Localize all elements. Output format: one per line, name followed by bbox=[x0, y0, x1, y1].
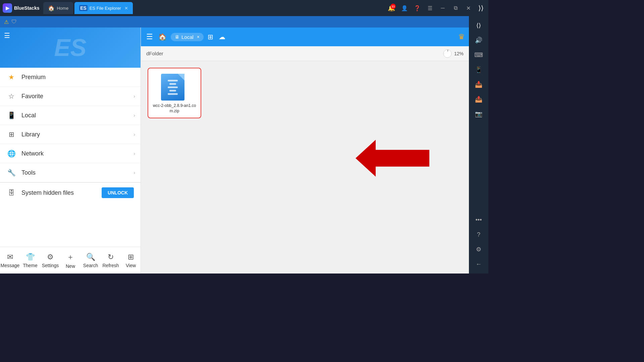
notification-badge: 11 bbox=[390, 4, 396, 9]
library-chevron-icon: › bbox=[133, 132, 135, 137]
zip-line-2 bbox=[169, 83, 176, 85]
es-logo-background: ES bbox=[54, 34, 86, 61]
bottom-nav-refresh[interactable]: ↻ Refresh bbox=[101, 253, 121, 268]
close-icon[interactable]: ✕ bbox=[464, 3, 473, 13]
sidebar-body: ★ Premium ☆ Favorite › 📱 Local › ⊞ Libra… bbox=[0, 68, 141, 274]
zip-lines bbox=[168, 80, 178, 95]
theme-icon: 👕 bbox=[26, 253, 35, 261]
volume-icon[interactable]: 🔊 bbox=[472, 34, 485, 47]
sidebar-item-local[interactable]: 📱 Local › bbox=[0, 106, 141, 125]
sidebar-item-system-hidden: 🗄 System hidden files UNLOCK bbox=[0, 182, 141, 203]
file-toolbar: ☰ 🏠 🖥 Local × ⊞ ☁ ♛ bbox=[141, 27, 469, 46]
back-arrow-icon[interactable]: ← bbox=[472, 257, 485, 271]
minimize-icon[interactable]: ─ bbox=[438, 3, 447, 13]
notification-button[interactable]: 🔔 11 bbox=[386, 3, 396, 13]
sidebar-item-tools[interactable]: 🔧 Tools › bbox=[0, 163, 141, 182]
network-chevron-icon: › bbox=[133, 151, 135, 156]
search-icon: 🔍 bbox=[86, 253, 95, 261]
warning-triangle-icon: ⚠ bbox=[4, 19, 9, 25]
system-hidden-icon: 🗄 bbox=[7, 188, 16, 197]
toolbar-tab-label: Local bbox=[181, 34, 194, 40]
home-tab-label: Home bbox=[57, 6, 68, 11]
search-label: Search bbox=[83, 263, 98, 268]
es-tab-icon: ES bbox=[79, 5, 88, 11]
sidebar-item-favorite[interactable]: ☆ Favorite › bbox=[0, 87, 141, 106]
toolbar-cloud-icon[interactable]: ☁ bbox=[217, 32, 227, 42]
bottom-nav-search[interactable]: 🔍 Search bbox=[80, 253, 101, 268]
sidebar-toggle-icon[interactable]: ⟩⟩ bbox=[476, 3, 486, 13]
file-grid: wcc-2-obb_2.8.9-an1.com.zip bbox=[141, 61, 469, 274]
bottom-nav: ✉ Message 👕 Theme ⚙ Settings ＋ New 🔍 bbox=[0, 247, 141, 274]
zip-line-3 bbox=[168, 86, 178, 88]
breadcrumb-text: dFolder bbox=[146, 51, 163, 56]
bottom-nav-settings[interactable]: ⚙ Settings bbox=[40, 253, 60, 268]
app-area: ES ☰ ★ Premium ☆ Favorite › 📱 Local › bbox=[0, 27, 469, 274]
storage-pie-chart bbox=[443, 49, 452, 58]
view-label: View bbox=[126, 263, 136, 268]
export-icon[interactable]: 📤 bbox=[472, 93, 485, 106]
bluestacks-icon: ▶ bbox=[3, 3, 12, 13]
library-icon: ⊞ bbox=[7, 130, 16, 139]
settings-label: Settings bbox=[42, 263, 59, 268]
local-chevron-icon: › bbox=[133, 113, 135, 118]
network-icon: 🌐 bbox=[7, 149, 16, 158]
toolbar-menu-icon[interactable]: ☰ bbox=[145, 31, 154, 43]
refresh-label: Refresh bbox=[102, 263, 119, 268]
red-arrow-indicator bbox=[356, 138, 429, 180]
message-icon: ✉ bbox=[7, 253, 13, 261]
network-label: Network bbox=[21, 150, 44, 157]
tab-close-icon[interactable]: ✕ bbox=[124, 6, 128, 11]
sidebar-item-network[interactable]: 🌐 Network › bbox=[0, 144, 141, 163]
unlock-button[interactable]: UNLOCK bbox=[102, 187, 134, 198]
menu-icon[interactable]: ☰ bbox=[425, 3, 435, 13]
screenshot-icon[interactable]: 📷 bbox=[472, 107, 485, 121]
help-icon[interactable]: ❓ bbox=[413, 3, 422, 13]
sidebar: ES ☰ ★ Premium ☆ Favorite › 📱 Local › bbox=[0, 27, 141, 274]
phone-icon[interactable]: 📱 bbox=[472, 63, 485, 76]
file-item-zip[interactable]: wcc-2-obb_2.8.9-an1.com.zip bbox=[148, 68, 201, 118]
expand-collapse-icon[interactable]: ⟨⟩ bbox=[472, 19, 485, 32]
storage-percent-label: 12% bbox=[454, 51, 464, 56]
question-icon[interactable]: ? bbox=[472, 228, 485, 241]
favorite-icon: ☆ bbox=[7, 92, 16, 101]
svg-marker-2 bbox=[356, 140, 429, 177]
account-icon[interactable]: 👤 bbox=[400, 3, 409, 13]
crown-icon[interactable]: ♛ bbox=[458, 33, 465, 41]
refresh-icon: ↻ bbox=[108, 253, 114, 261]
sidebar-item-library[interactable]: ⊞ Library › bbox=[0, 125, 141, 144]
tab-es-file-explorer[interactable]: ES ES File Explorer ✕ bbox=[74, 2, 133, 14]
local-label: Local bbox=[21, 112, 36, 119]
storage-indicator: 12% bbox=[443, 49, 464, 58]
right-panel: ⟨⟩ 🔊 ⌨ 📱 📥 📤 📷 ••• ? ⚙ ← bbox=[469, 16, 488, 274]
gear-icon[interactable]: ⚙ bbox=[472, 243, 485, 256]
import-icon[interactable]: 📥 bbox=[472, 78, 485, 91]
zip-line-5 bbox=[168, 93, 178, 95]
favorite-label: Favorite bbox=[21, 93, 43, 100]
premium-icon: ★ bbox=[7, 72, 16, 82]
arrow-svg bbox=[356, 138, 429, 178]
sidebar-item-premium[interactable]: ★ Premium bbox=[0, 68, 141, 87]
tools-icon: 🔧 bbox=[7, 168, 16, 177]
sidebar-hamburger-icon[interactable]: ☰ bbox=[4, 32, 10, 40]
more-options-icon[interactable]: ••• bbox=[472, 213, 485, 227]
file-name-label: wcc-2-obb_2.8.9-an1.com.zip bbox=[151, 103, 198, 114]
bottom-nav-new[interactable]: ＋ New bbox=[60, 252, 80, 269]
breadcrumb-bar: dFolder 12% bbox=[141, 46, 469, 61]
restore-icon[interactable]: ⧉ bbox=[451, 3, 460, 13]
system-hidden-label: System hidden files bbox=[21, 189, 96, 196]
toolbar-grid-icon[interactable]: ⊞ bbox=[206, 32, 215, 42]
tab-home[interactable]: 🏠 Home bbox=[43, 2, 73, 14]
bottom-nav-message[interactable]: ✉ Message bbox=[0, 253, 20, 268]
shield-icon: 🛡 bbox=[11, 19, 17, 25]
theme-label: Theme bbox=[23, 263, 38, 268]
view-icon: ⊞ bbox=[128, 253, 134, 261]
toolbar-tab-close-icon[interactable]: × bbox=[197, 34, 200, 40]
toolbar-home-icon[interactable]: 🏠 bbox=[157, 32, 168, 42]
top-bar: ▶ BlueStacks 🏠 Home ES ES File Explorer … bbox=[0, 0, 488, 16]
bottom-nav-view[interactable]: ⊞ View bbox=[121, 253, 141, 268]
home-tab-icon: 🏠 bbox=[48, 5, 55, 11]
new-label: New bbox=[66, 263, 75, 269]
keyboard-icon[interactable]: ⌨ bbox=[472, 48, 485, 62]
bottom-nav-theme[interactable]: 👕 Theme bbox=[20, 253, 40, 268]
toolbar-local-tab[interactable]: 🖥 Local × bbox=[171, 33, 204, 41]
